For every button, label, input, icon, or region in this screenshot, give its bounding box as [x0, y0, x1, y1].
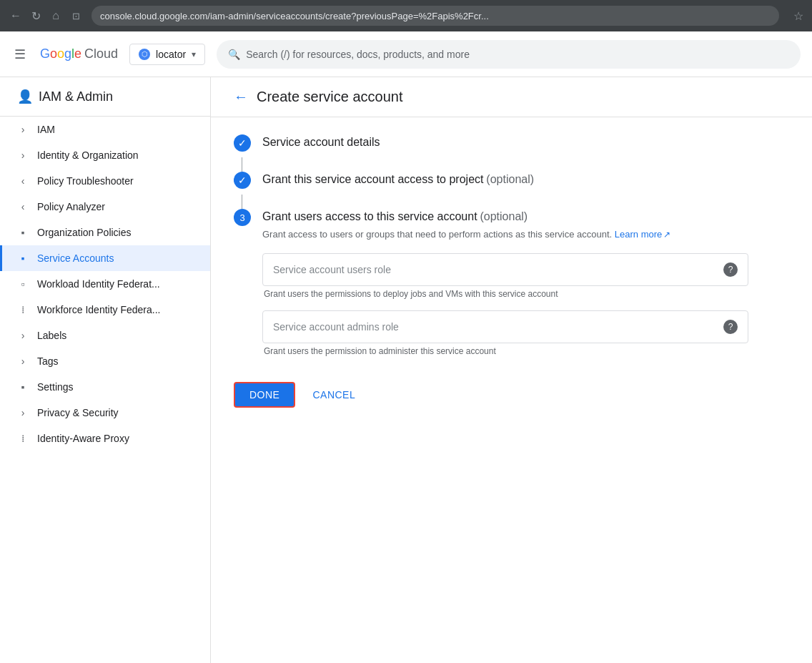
- sidebar-header-icon: 👤: [17, 89, 33, 104]
- done-button[interactable]: DONE: [234, 382, 295, 408]
- step-3-number-icon: 3: [234, 209, 251, 226]
- sidebar-item-settings[interactable]: ▪ Settings: [0, 374, 210, 400]
- step-3: 3 Grant users access to this service acc…: [234, 209, 789, 365]
- sidebar-item-label: Workload Identity Federat...: [37, 278, 160, 290]
- sidebar-item-iam[interactable]: › IAM: [0, 117, 210, 142]
- browser-chrome: ← ↻ ⌂ ⊡ console.cloud.google.com/iam-adm…: [0, 0, 812, 31]
- sidebar-item-label: Organization Policies: [37, 227, 132, 238]
- sidebar-item-label: Privacy & Security: [37, 407, 119, 418]
- sidebar-item-label: Identity & Organization: [37, 149, 139, 161]
- sidebar-item-label: Settings: [37, 381, 74, 393]
- learn-more-link[interactable]: Learn more ↗: [615, 227, 670, 242]
- page-header: ← Create service account: [211, 77, 812, 117]
- logo-e: e: [74, 46, 81, 61]
- users-role-group: Service account users role ? Grant users…: [262, 253, 789, 299]
- logo-g2: g: [64, 46, 71, 61]
- sidebar-item-identity-aware-proxy[interactable]: ⁞ Identity-Aware Proxy: [0, 426, 210, 451]
- step-3-title: Grant users access to this service accou…: [262, 210, 477, 222]
- logo-text: Google: [40, 46, 81, 62]
- sidebar: 👤 IAM & Admin › IAM › Identity & Organiz…: [0, 77, 211, 663]
- sidebar-item-workforce-identity[interactable]: ⁞ Workforce Identity Federa...: [0, 297, 210, 323]
- step-2-content: Grant this service account access to pro…: [262, 172, 789, 186]
- address-url: console.cloud.google.com/iam-admin/servi…: [100, 11, 489, 21]
- search-placeholder: Search (/) for resources, docs, products…: [246, 49, 470, 60]
- service-accounts-icon: ▪: [17, 252, 29, 264]
- button-row: DONE CANCEL: [234, 382, 789, 408]
- app-header: ☰ Google Cloud ⬡ locator ▾ 🔍 Search (/) …: [0, 31, 812, 77]
- admins-role-placeholder: Service account admins role: [273, 321, 399, 333]
- workforce-identity-icon: ⁞: [17, 304, 29, 315]
- policy-troubleshooter-icon: ‹: [17, 175, 29, 187]
- step-1-check-icon: ✓: [234, 134, 251, 152]
- identity-aware-proxy-icon: ⁞: [17, 433, 29, 444]
- sidebar-item-org-policies[interactable]: ▪ Organization Policies: [0, 220, 210, 245]
- step-3-content: Grant users access to this service accou…: [262, 209, 789, 365]
- sidebar-item-label: IAM: [37, 124, 55, 135]
- step-2-check-icon: ✓: [234, 172, 251, 189]
- sidebar-item-label: Labels: [37, 330, 66, 341]
- admins-role-help-icon[interactable]: ?: [723, 320, 738, 334]
- search-icon: 🔍: [228, 49, 240, 60]
- iam-icon: ›: [17, 124, 29, 135]
- labels-icon: ›: [17, 330, 29, 341]
- hamburger-icon[interactable]: ☰: [11, 44, 29, 65]
- search-bar[interactable]: 🔍 Search (/) for resources, docs, produc…: [217, 40, 801, 69]
- privacy-security-icon: ›: [17, 407, 29, 418]
- step-2-title: Grant this service account access to pro…: [262, 173, 483, 185]
- sidebar-header: 👤 IAM & Admin: [0, 77, 210, 117]
- project-selector[interactable]: ⬡ locator ▾: [129, 44, 205, 65]
- sidebar-item-service-accounts[interactable]: ▪ Service Accounts: [0, 245, 210, 271]
- workload-identity-icon: ▫: [17, 278, 29, 290]
- cast-icon[interactable]: ⊡: [69, 11, 83, 21]
- policy-analyzer-icon: ‹: [17, 201, 29, 212]
- back-icon[interactable]: ←: [9, 9, 23, 22]
- address-bar[interactable]: console.cloud.google.com/iam-admin/servi…: [91, 6, 779, 26]
- admins-role-group: Service account admins role ? Grant user…: [262, 310, 789, 356]
- browser-nav-icons: ← ↻ ⌂ ⊡: [9, 9, 83, 23]
- sidebar-item-policy-analyzer[interactable]: ‹ Policy Analyzer: [0, 194, 210, 220]
- google-cloud-logo: Google Cloud: [40, 46, 118, 62]
- dropdown-arrow-icon: ▾: [192, 49, 196, 59]
- sidebar-item-policy-troubleshooter[interactable]: ‹ Policy Troubleshooter: [0, 168, 210, 194]
- logo-cloud: Cloud: [84, 46, 118, 62]
- bookmark-icon[interactable]: ☆: [793, 9, 803, 23]
- admins-role-hint: Grant users the permission to administer…: [264, 346, 789, 356]
- users-role-help-icon[interactable]: ?: [723, 262, 738, 277]
- step-2: ✓ Grant this service account access to p…: [234, 172, 789, 189]
- sidebar-item-label: Policy Analyzer: [37, 201, 105, 212]
- project-name: locator: [156, 49, 186, 60]
- step-2-subtitle: (optional): [486, 173, 534, 185]
- step-1-content: Service account details: [262, 134, 789, 149]
- home-icon[interactable]: ⌂: [49, 9, 63, 22]
- admins-role-input-wrapper[interactable]: Service account admins role ?: [262, 310, 748, 343]
- sidebar-item-label: Tags: [37, 355, 59, 367]
- sidebar-item-privacy-security[interactable]: › Privacy & Security: [0, 400, 210, 426]
- step-1: ✓ Service account details: [234, 134, 789, 152]
- refresh-icon[interactable]: ↻: [29, 9, 43, 23]
- page-title: Create service account: [257, 89, 403, 105]
- logo-g: G: [40, 46, 50, 61]
- step-3-description: Grant access to users or groups that nee…: [262, 227, 789, 242]
- sidebar-item-label: Policy Troubleshooter: [37, 175, 134, 187]
- sidebar-item-tags[interactable]: › Tags: [0, 348, 210, 374]
- main-content: ← Create service account ✓ Service accou…: [211, 77, 812, 663]
- external-link-icon: ↗: [663, 228, 670, 241]
- users-role-placeholder: Service account users role: [273, 264, 391, 275]
- sidebar-item-identity-org[interactable]: › Identity & Organization: [0, 142, 210, 168]
- users-role-input-wrapper[interactable]: Service account users role ?: [262, 253, 748, 286]
- identity-org-icon: ›: [17, 149, 29, 161]
- sidebar-item-workload-identity[interactable]: ▫ Workload Identity Federat...: [0, 271, 210, 297]
- sidebar-item-label: Identity-Aware Proxy: [37, 433, 129, 444]
- cancel-button[interactable]: CANCEL: [307, 383, 361, 406]
- logo-o1: o: [50, 46, 57, 61]
- back-button[interactable]: ←: [234, 89, 248, 105]
- app-body: 👤 IAM & Admin › IAM › Identity & Organiz…: [0, 77, 812, 663]
- sidebar-item-label: Workforce Identity Federa...: [37, 304, 160, 315]
- sidebar-item-labels[interactable]: › Labels: [0, 323, 210, 348]
- project-icon: ⬡: [139, 49, 150, 60]
- sidebar-title: IAM & Admin: [39, 89, 113, 104]
- logo-o2: o: [57, 46, 64, 61]
- step-3-subtitle: (optional): [480, 210, 528, 222]
- org-policies-icon: ▪: [17, 227, 29, 238]
- step-1-title: Service account details: [262, 136, 380, 148]
